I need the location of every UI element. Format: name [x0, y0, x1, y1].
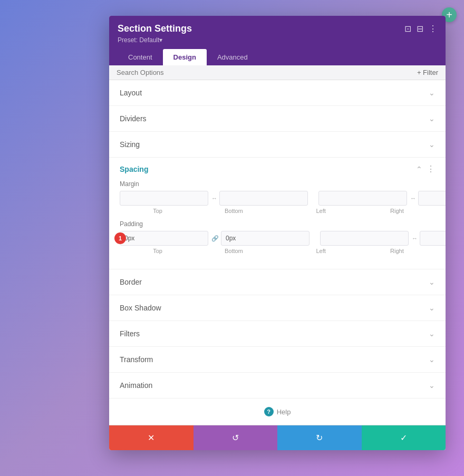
box-shadow-label: Box Shadow	[120, 304, 161, 312]
box-shadow-chevron-icon: ⌄	[429, 304, 435, 312]
reset-button[interactable]: ↺	[194, 425, 278, 450]
sizing-label: Sizing	[120, 140, 140, 149]
padding-top-input[interactable]	[120, 231, 208, 246]
modal-body: Layout ⌄ Dividers ⌄ Sizing ⌄ Spacing ⌃ ⋮	[109, 80, 446, 425]
header-icons: ⊡ ⊟ ⋮	[404, 24, 437, 34]
spacing-header-right: ⌃ ⋮	[416, 164, 435, 174]
padding-sub-left: Top Bottom	[120, 248, 272, 254]
padding-left-input-group: ↔	[320, 231, 420, 246]
margin-label: Margin	[120, 180, 435, 188]
help-row: ? Help	[109, 399, 446, 425]
margin-bottom-input-group	[219, 191, 308, 206]
modal-footer: ✕ ↺ ↻ ✓	[109, 425, 446, 450]
border-chevron-icon: ⌄	[429, 278, 435, 286]
margin-top-input[interactable]	[120, 191, 208, 206]
spacing-collapse-icon[interactable]: ⌃	[416, 165, 422, 173]
margin-bottom-label: Bottom	[196, 208, 272, 214]
padding-sub-labels: Top Bottom Left Right	[120, 248, 435, 254]
padding-bottom-label: Bottom	[196, 248, 272, 254]
margin-right-label: Right	[359, 208, 435, 214]
dividers-chevron-icon: ⌄	[429, 114, 435, 123]
tab-design[interactable]: Design	[163, 49, 207, 65]
padding-right-label: Right	[359, 248, 435, 254]
border-section[interactable]: Border ⌄	[109, 269, 446, 295]
padding-top-input-group: 🔗	[120, 231, 221, 246]
tab-content[interactable]: Content	[118, 49, 163, 65]
layout-section[interactable]: Layout ⌄	[109, 80, 446, 106]
redo-button[interactable]: ↻	[277, 425, 362, 450]
animation-chevron-icon: ⌄	[429, 381, 435, 390]
transform-chevron-icon: ⌄	[429, 355, 435, 364]
padding-bottom-input[interactable]	[221, 231, 310, 246]
padding-wrapper: 1 🔗 ↔	[120, 231, 435, 246]
margin-bottom-input[interactable]	[219, 191, 308, 206]
border-label: Border	[120, 278, 142, 286]
margin-link-icon-left[interactable]: ↔	[209, 195, 219, 201]
plus-icon: +	[446, 9, 452, 21]
dividers-label: Dividers	[120, 114, 147, 123]
padding-top-label: Top	[120, 248, 196, 254]
modal-header: Section Settings ⊡ ⊟ ⋮ Preset: Default▾ …	[109, 16, 446, 65]
margin-inputs-row: ↔ ↔	[120, 191, 435, 206]
search-input[interactable]	[117, 69, 417, 76]
margin-left-label: Left	[283, 208, 359, 214]
more-icon[interactable]: ⋮	[429, 24, 437, 34]
layout-chevron-icon: ⌄	[429, 89, 435, 97]
transform-section[interactable]: Transform ⌄	[109, 347, 446, 373]
filters-label: Filters	[120, 329, 140, 338]
spacing-content: Margin ↔ ↔	[109, 180, 446, 269]
padding-badge: 1	[114, 232, 126, 244]
padding-left-label: Left	[283, 248, 359, 254]
animation-label: Animation	[120, 381, 152, 390]
padding-left-input[interactable]	[320, 231, 409, 246]
tab-advanced[interactable]: Advanced	[207, 49, 258, 65]
columns-icon[interactable]: ⊟	[417, 24, 423, 34]
padding-link-icon-right[interactable]: ↔	[410, 235, 420, 241]
filter-button[interactable]: + Filter	[417, 69, 438, 76]
padding-inputs-row: 🔗 ↔	[120, 231, 435, 246]
padding-right-input[interactable]	[420, 231, 446, 246]
transform-label: Transform	[120, 355, 153, 364]
preset-label[interactable]: Preset: Default▾	[118, 36, 437, 44]
dividers-section[interactable]: Dividers ⌄	[109, 106, 446, 132]
margin-sub-labels: Top Bottom Left Right	[120, 208, 435, 214]
sizing-section[interactable]: Sizing ⌄	[109, 132, 446, 158]
padding-bottom-input-group	[221, 231, 310, 246]
modal-title: Section Settings	[118, 23, 192, 34]
margin-right-input-group	[418, 191, 446, 206]
sizing-chevron-icon: ⌄	[429, 140, 435, 149]
animation-section[interactable]: Animation ⌄	[109, 373, 446, 399]
margin-link-icon-right[interactable]: ↔	[408, 195, 418, 201]
filters-section[interactable]: Filters ⌄	[109, 321, 446, 347]
layout-label: Layout	[120, 89, 142, 97]
spacing-more-icon[interactable]: ⋮	[427, 164, 435, 174]
spacing-title: Spacing	[120, 165, 148, 173]
screen-icon[interactable]: ⊡	[404, 24, 411, 34]
spacing-section: Spacing ⌃ ⋮ Margin ↔	[109, 158, 446, 269]
padding-sub-right: Left Right	[283, 248, 436, 254]
box-shadow-section[interactable]: Box Shadow ⌄	[109, 295, 446, 321]
spacing-header[interactable]: Spacing ⌃ ⋮	[109, 158, 446, 180]
margin-left-input[interactable]	[318, 191, 407, 206]
search-bar: + Filter	[109, 65, 446, 80]
padding-link-icon-left[interactable]: 🔗	[209, 235, 221, 242]
padding-label: Padding	[120, 220, 435, 228]
save-button[interactable]: ✓	[362, 425, 446, 450]
filters-chevron-icon: ⌄	[429, 329, 435, 338]
tabs-container: Content Design Advanced	[118, 49, 437, 65]
margin-sub-right: Left Right	[283, 208, 436, 214]
margin-left-input-group: ↔	[318, 191, 418, 206]
help-label[interactable]: Help	[277, 408, 291, 416]
margin-top-input-group: ↔	[120, 191, 219, 206]
cancel-button[interactable]: ✕	[109, 425, 194, 450]
margin-top-label: Top	[120, 208, 196, 214]
padding-right-input-group	[420, 231, 446, 246]
margin-right-input[interactable]	[418, 191, 446, 206]
help-icon: ?	[264, 407, 274, 416]
settings-modal: Section Settings ⊡ ⊟ ⋮ Preset: Default▾ …	[109, 16, 446, 450]
margin-sub-left: Top Bottom	[120, 208, 272, 214]
